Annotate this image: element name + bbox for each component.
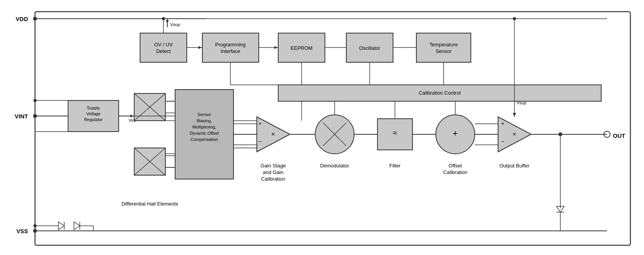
diode-1 bbox=[58, 222, 64, 230]
gain-stage-label-3: Calibration bbox=[261, 176, 285, 182]
programming-interface-text-1: Programming bbox=[215, 42, 246, 47]
ov-uv-text-1: OV / UV bbox=[154, 42, 173, 47]
programming-interface-block bbox=[202, 33, 259, 62]
gain-minus: − bbox=[258, 138, 261, 144]
vdd-tap-dot bbox=[33, 99, 37, 102]
filter-label: Filter bbox=[390, 163, 401, 169]
gain-x: × bbox=[271, 131, 275, 137]
gain-stage-label-2: and Gain bbox=[263, 169, 284, 175]
sensor-biasing-text-4: Dynamic Offset bbox=[190, 131, 219, 135]
supply-voltage-regulator-text-2: Voltage bbox=[86, 111, 101, 116]
offset-cal-label-2: Calibration bbox=[443, 169, 467, 175]
pi-to-eeprom-arrow bbox=[274, 46, 277, 49]
demodulator-label: Demodulator bbox=[320, 163, 349, 169]
gain-plus: + bbox=[258, 120, 261, 127]
vss-dot-2 bbox=[33, 224, 37, 227]
supply-voltage-regulator-text-1: Supply bbox=[87, 106, 100, 110]
diagram-container: VDD Vsup VINT VSS Supply Voltage Regulat… bbox=[0, 0, 644, 255]
oscillator-text: Oscillator bbox=[359, 45, 381, 51]
ov-uv-text-2: Detect bbox=[156, 48, 171, 54]
vint-out-arrow bbox=[130, 114, 133, 118]
ob-minus: − bbox=[501, 138, 504, 144]
temperature-sensor-block bbox=[416, 33, 471, 62]
vsup-ob-arrow bbox=[513, 113, 516, 117]
filter-symbol: ≈ bbox=[393, 128, 397, 137]
out-label: OUT bbox=[613, 132, 625, 139]
offset-cal-plus: + bbox=[453, 128, 458, 138]
temperature-sensor-text-1: Temperature bbox=[430, 42, 458, 47]
offset-cal-label-1: Offset bbox=[449, 163, 462, 169]
ov-uv-block bbox=[140, 33, 187, 62]
sensor-biasing-text-5: Compensation bbox=[191, 137, 218, 142]
vdd-ovuv-dot bbox=[162, 17, 165, 20]
vsup-arrow bbox=[166, 20, 169, 23]
sensor-biasing-text-1: Sensor bbox=[198, 112, 211, 117]
supply-voltage-regulator-text-3: Regulator bbox=[84, 117, 103, 122]
diff-hall-label: Differential Hall Elements bbox=[121, 201, 178, 207]
vsup-label-1: Vsup bbox=[170, 22, 180, 27]
vss-label: VSS bbox=[16, 228, 28, 234]
vdd-label: VDD bbox=[16, 16, 28, 22]
sensor-biasing-text-2: Biasing, bbox=[197, 118, 212, 123]
ob-plus: + bbox=[501, 120, 504, 127]
eeprom-text: EEPROM bbox=[291, 45, 312, 51]
output-buffer-label: Output Buffer bbox=[499, 163, 530, 169]
diode-2 bbox=[74, 222, 80, 230]
vint-label: VINT bbox=[15, 113, 28, 120]
vsup-label-2: Vsup bbox=[516, 100, 526, 105]
calibration-control-text: Calibration Control bbox=[419, 90, 461, 96]
vsup-dot bbox=[513, 17, 516, 20]
gain-stage-label-1: Gain Stage bbox=[260, 163, 286, 169]
temperature-sensor-text-2: Sensor bbox=[435, 48, 452, 54]
ob-x: × bbox=[512, 131, 516, 137]
ovuv-to-pi-arrow bbox=[198, 46, 202, 49]
sensor-biasing-text-3: Multiplexing, bbox=[192, 125, 216, 129]
programming-interface-text-2: Interface bbox=[221, 48, 240, 54]
